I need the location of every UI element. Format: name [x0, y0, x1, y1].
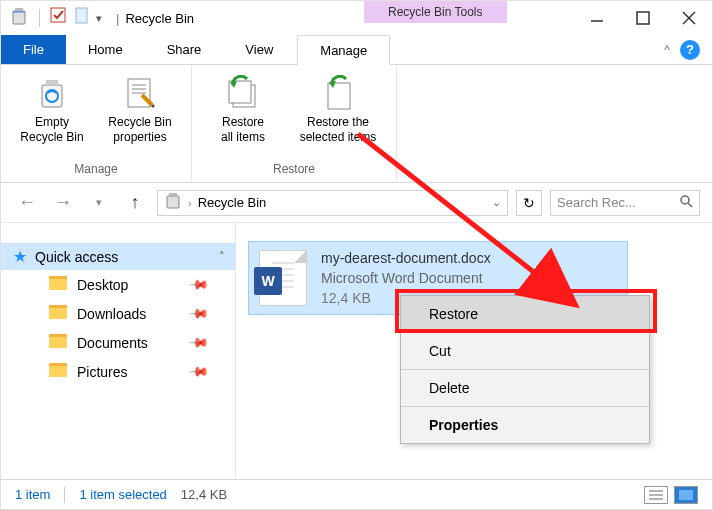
title-sep: | — [116, 11, 119, 26]
status-bar: 1 item 1 item selected 12,4 KB — [1, 479, 712, 509]
sidebar-item-downloads[interactable]: Downloads 📌 — [1, 299, 235, 328]
sidebar-item-quick-access[interactable]: ★ Quick access ˄ — [1, 243, 235, 270]
sidebar-item-desktop[interactable]: Desktop 📌 — [1, 270, 235, 299]
menu-item-restore[interactable]: Restore — [401, 296, 649, 333]
window-title-text: Recycle Bin — [125, 11, 194, 26]
ribbon-tabs: File Home Share View Manage ^ ? — [1, 35, 712, 65]
menu-item-cut[interactable]: Cut — [401, 333, 649, 370]
context-menu: Restore Cut Delete Properties — [400, 295, 650, 444]
tab-file-label: File — [23, 42, 44, 57]
ribbon-group-manage-label: Manage — [74, 160, 117, 180]
breadcrumb[interactable]: › Recycle Bin ⌄ — [157, 190, 508, 216]
status-separator — [64, 487, 65, 503]
view-mode-buttons — [644, 486, 698, 504]
sidebar-item-label: Pictures — [77, 364, 128, 380]
tab-home-label: Home — [88, 42, 123, 57]
minimize-button[interactable] — [574, 1, 620, 35]
tab-file[interactable]: File — [1, 35, 66, 64]
empty-bin-label: Empty Recycle Bin — [20, 115, 83, 145]
collapse-ribbon-icon[interactable]: ^ — [664, 43, 670, 57]
menu-item-label: Delete — [429, 380, 469, 396]
svg-rect-5 — [637, 12, 649, 24]
pin-icon: 📌 — [188, 332, 210, 354]
ribbon-group-restore: Restore all items Restore the selected i… — [192, 65, 397, 182]
recycle-bin-properties-button[interactable]: Recycle Bin properties — [99, 71, 181, 160]
properties-icon[interactable] — [50, 7, 68, 29]
tab-share[interactable]: Share — [145, 35, 224, 64]
svg-rect-9 — [46, 80, 58, 85]
svg-rect-0 — [13, 11, 25, 24]
file-name: my-dearest-document.docx — [321, 248, 491, 268]
ribbon: Empty Recycle Bin Recycle Bin properties… — [1, 65, 712, 183]
nav-bar: ← → ▾ ↑ › Recycle Bin ⌄ ↻ Search Rec... — [1, 183, 712, 223]
close-button[interactable] — [666, 1, 712, 35]
restore-selected-button[interactable]: Restore the selected items — [290, 71, 386, 160]
search-input[interactable]: Search Rec... — [550, 190, 700, 216]
quick-access-toolbar: ▾ — [1, 1, 110, 35]
tab-home[interactable]: Home — [66, 35, 145, 64]
restore-selected-icon — [320, 75, 356, 111]
svg-rect-20 — [167, 196, 179, 208]
empty-recycle-bin-button[interactable]: Empty Recycle Bin — [11, 71, 93, 160]
folder-icon — [49, 363, 67, 380]
restore-all-button[interactable]: Restore all items — [202, 71, 284, 160]
status-item-count: 1 item — [15, 487, 50, 502]
menu-item-label: Properties — [429, 417, 498, 433]
svg-line-23 — [688, 203, 692, 207]
restore-all-icon — [225, 75, 261, 111]
chevron-up-icon[interactable]: ˄ — [219, 250, 225, 263]
pin-icon: 📌 — [188, 274, 210, 296]
status-selected-size: 12,4 KB — [181, 487, 227, 502]
sidebar-item-documents[interactable]: Documents 📌 — [1, 328, 235, 357]
ribbon-group-restore-label: Restore — [273, 160, 315, 180]
window-controls — [574, 1, 712, 35]
breadcrumb-dropdown-icon[interactable]: ⌄ — [492, 196, 501, 209]
menu-item-label: Cut — [429, 343, 451, 359]
qat-overflow-icon[interactable]: ▾ — [96, 12, 102, 25]
menu-item-delete[interactable]: Delete — [401, 370, 649, 407]
svg-rect-18 — [328, 83, 350, 109]
view-large-icons-button[interactable] — [674, 486, 698, 504]
qat-separator — [39, 9, 40, 27]
tab-share-label: Share — [167, 42, 202, 57]
sidebar-item-label: Desktop — [77, 277, 128, 293]
quick-access-label: Quick access — [35, 249, 118, 265]
svg-rect-2 — [51, 8, 65, 22]
ribbon-group-manage: Empty Recycle Bin Recycle Bin properties… — [1, 65, 192, 182]
nav-recent-dropdown[interactable]: ▾ — [85, 189, 113, 217]
sidebar-item-pictures[interactable]: Pictures 📌 — [1, 357, 235, 386]
navigation-pane: ★ Quick access ˄ Desktop 📌 Downloads 📌 D… — [1, 223, 236, 479]
maximize-button[interactable] — [620, 1, 666, 35]
recycle-bin-icon — [9, 6, 29, 30]
restore-selected-label: Restore the selected items — [300, 115, 377, 145]
word-document-icon: W — [259, 250, 307, 306]
properties-icon-large — [122, 75, 158, 111]
search-icon — [679, 194, 693, 211]
nav-back-button[interactable]: ← — [13, 189, 41, 217]
help-icon[interactable]: ? — [680, 40, 700, 60]
nav-up-button[interactable]: ↑ — [121, 189, 149, 217]
menu-item-properties[interactable]: Properties — [401, 407, 649, 443]
window-title: | Recycle Bin — [110, 1, 194, 35]
status-selected-count: 1 item selected — [79, 487, 166, 502]
title-bar: ▾ | Recycle Bin Recycle Bin Tools — [1, 1, 712, 35]
folder-icon — [49, 276, 67, 293]
folder-icon — [49, 305, 67, 322]
refresh-button[interactable]: ↻ — [516, 190, 542, 216]
breadcrumb-location: Recycle Bin — [198, 195, 267, 210]
pin-icon: 📌 — [188, 361, 210, 383]
contextual-tab-label: Recycle Bin Tools — [364, 1, 507, 23]
empty-bin-icon — [34, 75, 70, 111]
tab-view[interactable]: View — [223, 35, 295, 64]
recycle-bin-small-icon — [164, 192, 182, 214]
tab-manage[interactable]: Manage — [297, 35, 390, 65]
new-doc-icon[interactable] — [74, 7, 90, 29]
properties-label: Recycle Bin properties — [108, 115, 171, 145]
nav-forward-button[interactable]: → — [49, 189, 77, 217]
svg-point-22 — [681, 196, 689, 204]
sidebar-item-label: Documents — [77, 335, 148, 351]
svg-rect-21 — [169, 193, 177, 196]
view-details-button[interactable] — [644, 486, 668, 504]
folder-icon — [49, 334, 67, 351]
chevron-right-icon: › — [188, 197, 192, 209]
